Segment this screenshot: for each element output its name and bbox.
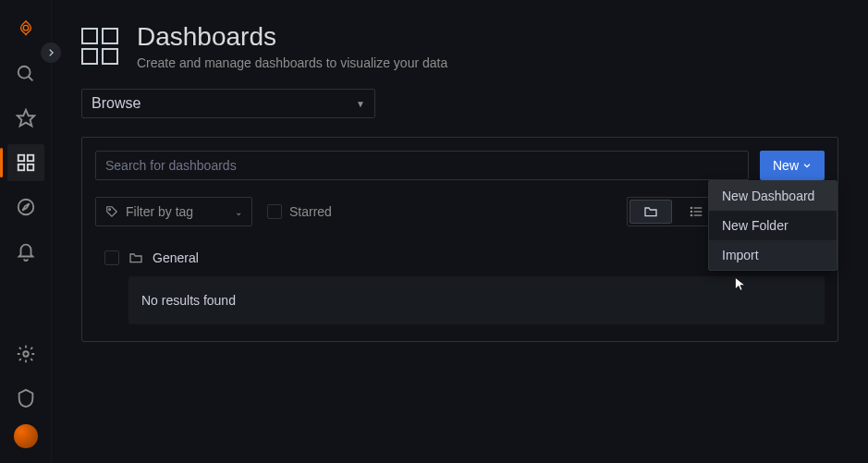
chevron-down-icon: ▼ [356, 99, 365, 109]
settings-icon[interactable] [7, 335, 44, 372]
chevron-down-icon: ⌄ [235, 207, 242, 217]
browse-panel: New New Dashboard New Folder Import Filt… [81, 137, 838, 342]
grafana-logo-icon[interactable] [7, 11, 44, 48]
new-button-label: New [773, 158, 799, 173]
new-button[interactable]: New [760, 151, 825, 180]
folder-name: General [153, 250, 199, 265]
view-folder-button[interactable] [630, 200, 672, 224]
svg-point-1 [18, 67, 30, 79]
svg-line-2 [28, 77, 32, 81]
tab-select[interactable]: Browse ▼ [81, 89, 375, 118]
page-header: Dashboards Create and manage dashboards … [81, 22, 838, 70]
svg-point-11 [109, 209, 111, 211]
svg-rect-6 [18, 164, 23, 170]
dropdown-item-new-folder[interactable]: New Folder [709, 211, 837, 240]
filter-by-tag-label: Filter by tag [126, 204, 193, 219]
list-icon [690, 204, 704, 219]
svg-rect-4 [18, 155, 23, 161]
page-title: Dashboards [137, 22, 447, 52]
dashboards-header-icon [81, 28, 118, 65]
svg-point-17 [691, 214, 691, 215]
svg-rect-7 [27, 164, 32, 170]
tag-icon [105, 205, 118, 218]
chevron-down-icon [802, 161, 812, 170]
svg-marker-3 [17, 110, 33, 126]
no-results: No results found [128, 276, 825, 324]
folder-icon [643, 204, 658, 219]
starred-label-text: Starred [289, 204, 332, 219]
folder-icon [128, 250, 143, 265]
folder-checkbox[interactable] [104, 250, 119, 265]
svg-rect-5 [27, 155, 32, 161]
explore-icon[interactable] [7, 189, 44, 225]
dropdown-item-import[interactable]: Import [709, 240, 837, 270]
alerts-icon[interactable] [7, 233, 44, 270]
search-input[interactable] [95, 151, 749, 180]
svg-point-8 [18, 200, 33, 215]
svg-marker-9 [22, 203, 29, 210]
sidebar [0, 0, 52, 463]
expand-sidebar-button[interactable] [41, 43, 61, 63]
filter-by-tag[interactable]: Filter by tag ⌄ [95, 197, 252, 226]
dashboards-icon[interactable] [7, 144, 44, 181]
avatar[interactable] [14, 424, 38, 448]
search-icon[interactable] [7, 55, 44, 92]
page-subtitle: Create and manage dashboards to visualiz… [137, 55, 447, 70]
starred-toggle[interactable]: Starred [267, 204, 332, 219]
svg-point-15 [691, 207, 691, 208]
tab-select-label: Browse [92, 95, 141, 112]
star-icon[interactable] [7, 100, 44, 137]
svg-point-16 [691, 211, 691, 212]
svg-point-10 [23, 351, 29, 357]
main: Dashboards Create and manage dashboards … [52, 0, 868, 463]
view-toggle [627, 197, 721, 226]
svg-point-0 [23, 25, 29, 30]
shield-icon[interactable] [7, 380, 44, 417]
dropdown-item-new-dashboard[interactable]: New Dashboard [709, 181, 837, 211]
new-dropdown: New Dashboard New Folder Import [708, 180, 837, 271]
starred-checkbox[interactable] [267, 204, 282, 219]
